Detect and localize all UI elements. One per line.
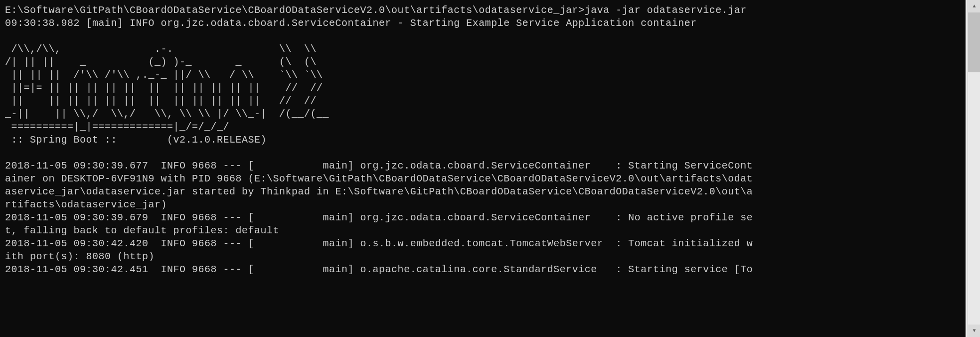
ascii-art-line: /\\,/\\, .-. \\ \\	[5, 43, 317, 55]
scroll-thumb[interactable]	[968, 12, 980, 72]
log-line: 2018-11-05 09:30:42.420 INFO 9668 --- [ …	[5, 238, 753, 249]
scroll-down-button[interactable]: ▼	[968, 325, 980, 337]
terminal-output[interactable]: E:\Software\GitPath\CBoardODataService\C…	[0, 0, 966, 280]
log-line: 2018-11-05 09:30:42.451 INFO 9668 --- [ …	[5, 264, 753, 275]
log-line: t, falling back to default profiles: def…	[5, 225, 279, 236]
log-line: ith port(s): 8080 (http)	[5, 251, 155, 262]
ascii-art-line: ||=|= || || || || || || || || || || || /…	[5, 82, 323, 94]
ascii-art-line: _-|| || \\,/ \\,/ \\, \\ \\ |/ \\_-| /(_…	[5, 108, 329, 120]
chevron-down-icon: ▼	[973, 328, 976, 334]
log-line: 09:30:38.982 [main] INFO org.jzc.odata.c…	[5, 17, 697, 29]
ascii-art-line: /| || || _ (_) )-_ _ (\ (\	[5, 56, 317, 68]
ascii-art-line: || || || /'\\ /'\\ ,._-_ ||/ \\ / \\ `\\…	[5, 69, 323, 81]
log-line: 2018-11-05 09:30:39.677 INFO 9668 --- [ …	[5, 160, 753, 171]
chevron-up-icon: ▲	[973, 3, 976, 9]
log-line: aservice_jar\odataservice.jar started by…	[5, 186, 753, 197]
log-line: ainer on DESKTOP-6VF91N9 with PID 9668 (…	[5, 173, 753, 184]
vertical-scrollbar[interactable]: ▲ ▼	[968, 0, 980, 337]
ascii-art-line: ==========|_|=============|_/=/_/_/	[5, 121, 229, 133]
prompt-line: E:\Software\GitPath\CBoardODataService\C…	[5, 4, 747, 16]
scroll-up-button[interactable]: ▲	[968, 0, 980, 12]
log-line: rtifacts\odataservice_jar)	[5, 199, 167, 210]
terminal-window: E:\Software\GitPath\CBoardODataService\C…	[0, 0, 966, 337]
log-line: 2018-11-05 09:30:39.679 INFO 9668 --- [ …	[5, 212, 753, 223]
spring-boot-version: :: Spring Boot :: (v2.1.0.RELEASE)	[5, 134, 267, 146]
ascii-art-line: || || || || || || || || || || || || // /…	[5, 95, 317, 107]
